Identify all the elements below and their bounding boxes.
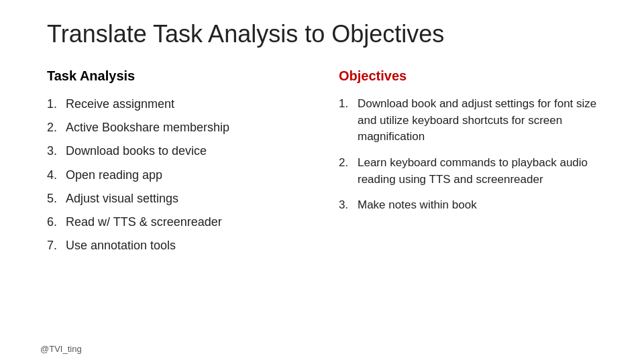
task-list-item: 3.Download books to device	[47, 143, 312, 160]
task-item-number: 5.	[47, 190, 66, 207]
objectives-header: Objectives	[339, 68, 604, 84]
task-item-text: Adjust visual settings	[66, 190, 178, 207]
task-item-number: 3.	[47, 143, 66, 160]
task-item-number: 1.	[47, 96, 66, 113]
slide: Translate Task Analysis to Objectives Ta…	[0, 0, 644, 362]
objectives-list: 1.Download book and adjust settings for …	[339, 96, 604, 214]
task-item-text: Download books to device	[66, 143, 207, 160]
obj-item-number: 2.	[339, 155, 358, 172]
task-list-item: 4.Open reading app	[47, 167, 312, 184]
task-item-number: 6.	[47, 214, 66, 231]
task-list-item: 5.Adjust visual settings	[47, 190, 312, 207]
task-list-item: 2.Active Bookshare membership	[47, 119, 312, 136]
task-item-text: Read w/ TTS & screenreader	[66, 214, 222, 231]
obj-list-item: 1.Download book and adjust settings for …	[339, 96, 604, 145]
content-area: Task Analysis 1.Receive assignment2.Acti…	[40, 68, 604, 261]
task-item-text: Use annotation tools	[66, 237, 176, 254]
task-list-item: 1.Receive assignment	[47, 96, 312, 113]
obj-item-number: 1.	[339, 96, 358, 113]
right-column: Objectives 1.Download book and adjust se…	[325, 68, 604, 261]
footer: @TVI_ting	[40, 344, 82, 354]
task-item-text: Active Bookshare membership	[66, 119, 229, 136]
task-item-number: 2.	[47, 119, 66, 136]
task-list-item: 6.Read w/ TTS & screenreader	[47, 214, 312, 231]
task-list-item: 7.Use annotation tools	[47, 237, 312, 254]
task-item-number: 7.	[47, 237, 66, 254]
task-item-text: Receive assignment	[66, 96, 174, 113]
obj-item-number: 3.	[339, 197, 358, 214]
obj-list-item: 3.Make notes within book	[339, 197, 604, 214]
task-list: 1.Receive assignment2.Active Bookshare m…	[47, 96, 312, 254]
task-item-text: Open reading app	[66, 167, 162, 184]
left-column: Task Analysis 1.Receive assignment2.Acti…	[40, 68, 312, 261]
obj-list-item: 2.Learn keyboard commands to playback au…	[339, 155, 604, 188]
task-analysis-header: Task Analysis	[47, 68, 312, 84]
main-title: Translate Task Analysis to Objectives	[47, 20, 604, 48]
task-item-number: 4.	[47, 167, 66, 184]
obj-item-text: Download book and adjust settings for fo…	[358, 96, 604, 145]
obj-item-text: Learn keyboard commands to playback audi…	[358, 155, 604, 188]
obj-item-text: Make notes within book	[358, 197, 477, 214]
